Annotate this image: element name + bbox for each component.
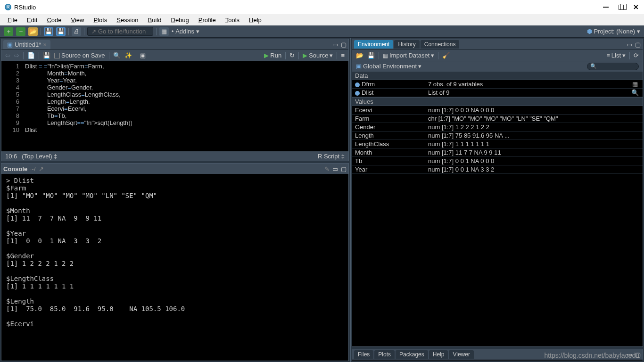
-icon[interactable] [630, 157, 640, 165]
env-row[interactable]: Dfrm7 obs. of 9 variables▦ [352, 80, 643, 89]
open-file-button[interactable]: 📂 [28, 27, 38, 36]
grid-icon[interactable]: ▦ [630, 81, 640, 88]
load-workspace-button[interactable]: 📂 [356, 52, 363, 59]
menu-tools[interactable]: Tools [221, 15, 244, 25]
code-line[interactable]: 8 Tb=Tb, [1, 112, 348, 119]
-icon[interactable] [630, 107, 640, 114]
close-tab-icon[interactable]: × [43, 41, 47, 48]
env-row[interactable]: Farmchr [1:7] "MO" "MO" "MO" "MO" "LN" "… [352, 115, 643, 123]
code-line[interactable]: 6 Length=Length, [1, 98, 348, 105]
clear-console-icon[interactable]: ✎ [324, 165, 330, 173]
popout-icon[interactable]: ↗ [39, 165, 44, 173]
env-scope-selector[interactable]: ▣ Global Environment ▾ [356, 63, 421, 70]
goto-file-input[interactable]: ↗ Go to file/function [87, 27, 153, 36]
tab-history[interactable]: History [394, 40, 419, 49]
env-row[interactable]: LengthClassnum [1:7] 1 1 1 1 1 1 1 [352, 140, 643, 148]
forward-button[interactable]: ⇨ [14, 52, 19, 59]
code-line[interactable]: 4 Gender=Gender, [1, 84, 348, 91]
tab-files[interactable]: Files [354, 350, 373, 359]
env-row[interactable]: Monthnum [1:7] 11 7 7 NA 9 9 11 [352, 148, 643, 157]
minimize-pane-icon[interactable]: ▭ [627, 41, 632, 48]
rerun-button[interactable]: ↻ [289, 52, 295, 59]
env-row[interactable]: DlistList of 9🔍 [352, 89, 643, 97]
console-output[interactable]: > Dlist $Farm [1] "MO" "MO" "MO" "MO" "L… [1, 174, 348, 361]
menu-profile[interactable]: Profile [194, 15, 221, 25]
close-button[interactable]: ✕ [633, 4, 639, 10]
new-project-button[interactable]: ＋ [16, 27, 25, 36]
source-button[interactable]: ▶ Source ▾ [303, 52, 333, 59]
tab-viewer[interactable]: Viewer [449, 350, 473, 359]
env-row[interactable]: Yearnum [1:7] 0 0 1 NA 3 3 2 [352, 165, 643, 174]
save-workspace-button[interactable]: 💾 [367, 52, 375, 59]
search-icon[interactable]: 🔍 [630, 89, 640, 96]
source-tab[interactable]: ▣ Untitled1* × [3, 40, 50, 49]
watermark: https://blog.csdn.net/babyfacedu [544, 352, 639, 359]
refresh-env-button[interactable]: ⟳ [634, 52, 639, 59]
print-button[interactable]: 🖨 [72, 27, 81, 36]
app-icon: R [5, 4, 11, 10]
maximize-pane-icon[interactable]: ▢ [341, 41, 347, 48]
import-dataset-button[interactable]: ▦ Import Dataset ▾ [383, 52, 434, 59]
file-type[interactable]: R Script ‡ [318, 153, 345, 160]
minimize-pane-icon[interactable]: ▭ [332, 165, 338, 173]
tab-environment[interactable]: Environment [354, 40, 393, 49]
menu-session[interactable]: Session [112, 15, 143, 25]
clear-workspace-button[interactable]: 🧹 [442, 52, 450, 59]
find-button[interactable]: 🔍 [113, 52, 121, 59]
menu-debug[interactable]: Debug [166, 15, 194, 25]
menu-plots[interactable]: Plots [89, 15, 112, 25]
grid-button[interactable]: ▦ [159, 27, 169, 36]
tab-packages[interactable]: Packages [396, 350, 428, 359]
show-document-button[interactable]: 📄 [27, 52, 35, 59]
run-button[interactable]: ▶ Run [264, 52, 281, 59]
menu-help[interactable]: Help [244, 15, 266, 25]
tab-plots[interactable]: Plots [374, 350, 395, 359]
new-file-button[interactable]: ＋ [4, 27, 13, 36]
tab-connections[interactable]: Connections [421, 40, 460, 49]
-icon[interactable] [630, 132, 640, 139]
minimize-button[interactable] [603, 4, 609, 10]
restore-button[interactable] [618, 4, 624, 10]
tab-help[interactable]: Help [429, 350, 448, 359]
maximize-pane-icon[interactable]: ▢ [635, 41, 641, 48]
separator [68, 28, 69, 35]
code-line[interactable]: 5 LengthClass=LengthClass, [1, 91, 348, 98]
code-line[interactable]: 10Dlist [1, 126, 348, 133]
menu-view[interactable]: View [66, 15, 89, 25]
save-source-button[interactable]: 💾 [43, 52, 50, 59]
code-line[interactable]: 1Dlist = ="fn">list(Farm=Farm, [1, 63, 348, 70]
code-line[interactable]: 3 Year=Year, [1, 77, 348, 84]
env-search-input[interactable]: 🔍 [587, 63, 639, 70]
-icon[interactable] [630, 140, 640, 148]
titlebar: R RStudio ✕ [0, 0, 644, 14]
source-on-save-checkbox[interactable]: Source on Save [54, 52, 105, 59]
minimize-pane-icon[interactable]: ▭ [332, 41, 338, 48]
env-row[interactable]: Gendernum [1:7] 1 2 2 2 1 2 2 [352, 123, 643, 132]
env-row[interactable]: Ecervinum [1:7] 0 0 0 NA 0 0 0 [352, 106, 643, 115]
-icon[interactable] [630, 123, 640, 131]
-icon[interactable] [630, 115, 640, 122]
menu-edit[interactable]: Edit [22, 15, 42, 25]
wand-button[interactable]: ✨ [124, 52, 132, 59]
menu-build[interactable]: Build [143, 15, 166, 25]
menu-code[interactable]: Code [42, 15, 66, 25]
scope-selector[interactable]: (Top Level) ‡ [22, 153, 57, 160]
back-button[interactable]: ⇦ [5, 52, 10, 59]
-icon[interactable] [630, 149, 640, 156]
save-all-button[interactable]: 💾 [56, 27, 66, 36]
outline-button[interactable]: ≡ [341, 52, 345, 59]
-icon[interactable] [630, 166, 640, 173]
notebook-button[interactable]: ▣ [140, 52, 146, 59]
code-line[interactable]: 9 LengthSqrt=="fn">sqrt(Length)) [1, 119, 348, 126]
save-button[interactable]: 💾 [44, 27, 53, 36]
env-row[interactable]: Tbnum [1:7] 0 0 1 NA 0 0 0 [352, 157, 643, 165]
project-menu[interactable]: ⬢ Project: (None) ▾ [587, 28, 640, 35]
env-row[interactable]: Lengthnum [1:7] 75 85 91.6 95 NA ... [352, 132, 643, 140]
maximize-pane-icon[interactable]: ▢ [341, 165, 347, 173]
addins-menu[interactable]: • Addins ▾ [172, 28, 199, 35]
code-editor[interactable]: 1Dlist = ="fn">list(Farm=Farm,2 Month=Mo… [1, 61, 348, 151]
code-line[interactable]: 2 Month=Month, [1, 70, 348, 77]
code-line[interactable]: 7 Ecervi=Ecervi, [1, 105, 348, 112]
env-view-mode[interactable]: ≡ List ▾ [607, 52, 626, 59]
menu-file[interactable]: File [3, 15, 22, 25]
